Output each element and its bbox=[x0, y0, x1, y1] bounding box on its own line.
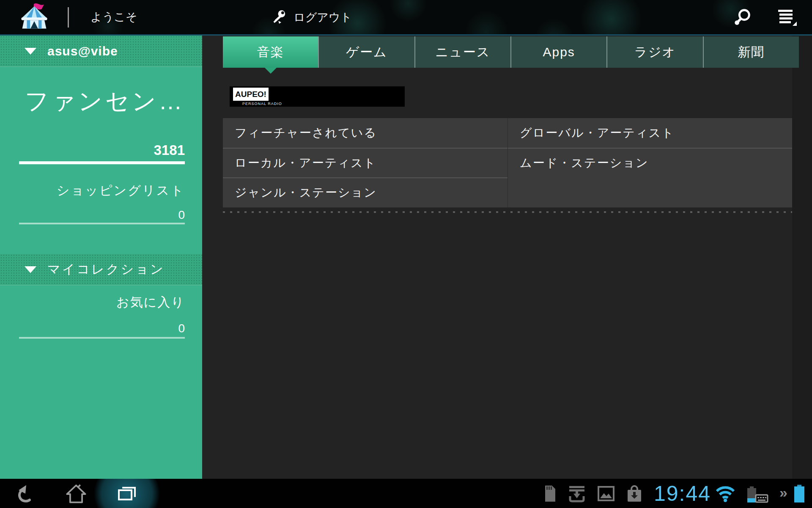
favorites-underline bbox=[19, 337, 185, 339]
aupeo-banner[interactable]: AUPEO! PERSONAL RADIO bbox=[230, 86, 405, 107]
bag-download-icon bbox=[626, 484, 643, 503]
asus-vibe-app: ようこそ ログアウト bbox=[0, 0, 812, 508]
menu-item-local-artists[interactable]: ローカル・アーティスト bbox=[223, 148, 508, 177]
menu-item-global-artists[interactable]: グローバル・アーティスト bbox=[508, 118, 792, 148]
store-tent-logo-icon[interactable] bbox=[19, 3, 49, 30]
account-name: asus@vibe bbox=[47, 44, 118, 58]
tab-newspaper[interactable]: 新聞 bbox=[703, 36, 799, 68]
status-tray[interactable]: 19:44 » bbox=[544, 479, 812, 508]
logout-button[interactable]: ログアウト bbox=[271, 0, 352, 34]
gallery-icon bbox=[597, 486, 615, 502]
home-icon bbox=[65, 483, 87, 505]
tray-expand-chevrons: » bbox=[779, 484, 787, 501]
music-menu-panel: フィーチャーされている ローカル・アーティスト ジャンル・ステーション グローバ… bbox=[223, 118, 792, 207]
back-button[interactable] bbox=[2, 479, 49, 508]
key-icon bbox=[271, 9, 288, 26]
battery-keyboard-icon bbox=[746, 484, 768, 503]
topbar-divider bbox=[68, 7, 69, 28]
menu-icon bbox=[776, 8, 798, 27]
favorites-count: 0 bbox=[178, 322, 185, 335]
sidebar-collection-header[interactable]: マイコレクション bbox=[0, 254, 202, 285]
recent-apps-button[interactable] bbox=[104, 479, 150, 508]
tab-news[interactable]: ニュース bbox=[414, 36, 510, 68]
sidebar-account-header[interactable]: asus@vibe bbox=[0, 36, 202, 67]
status-clock: 19:44 bbox=[654, 481, 711, 506]
system-nav-bar: 19:44 » bbox=[0, 479, 812, 508]
aupeo-brand: AUPEO! bbox=[235, 90, 266, 99]
fan-center-count: 3181 bbox=[154, 142, 185, 158]
fan-center-underline bbox=[19, 161, 185, 164]
download-tray-icon bbox=[568, 484, 586, 503]
logout-label: ログアウト bbox=[294, 10, 352, 25]
sd-card-icon bbox=[544, 485, 557, 502]
dotted-separator bbox=[223, 211, 792, 213]
home-button[interactable] bbox=[53, 479, 99, 508]
top-bar: ようこそ ログアウト bbox=[0, 0, 812, 36]
recent-apps-icon bbox=[115, 483, 138, 504]
sidebar: asus@vibe ファンセン… 3181 ショッピングリスト 0 マイコレクシ… bbox=[0, 36, 202, 479]
search-icon bbox=[733, 8, 753, 27]
collapse-arrow-icon bbox=[25, 266, 36, 273]
menu-button[interactable] bbox=[771, 0, 804, 34]
fan-center-title[interactable]: ファンセン… bbox=[25, 86, 185, 118]
menu-item-featured[interactable]: フィーチャーされている bbox=[223, 118, 508, 148]
aupeo-logo-box: AUPEO! bbox=[233, 88, 269, 101]
collection-header-label: マイコレクション bbox=[47, 261, 165, 278]
welcome-text: ようこそ bbox=[91, 0, 137, 34]
category-tab-bar: 音楽 ゲーム ニュース Apps ラジオ 新聞 bbox=[223, 36, 799, 68]
content-right-margin bbox=[792, 36, 812, 479]
wifi-icon bbox=[715, 485, 735, 502]
tab-games[interactable]: ゲーム bbox=[318, 36, 414, 68]
tab-music[interactable]: 音楽 bbox=[223, 36, 318, 68]
menu-item-genre-stations[interactable]: ジャンル・ステーション bbox=[223, 177, 508, 207]
search-button[interactable] bbox=[727, 0, 760, 34]
music-menu-left-column: フィーチャーされている ローカル・アーティスト ジャンル・ステーション bbox=[223, 118, 508, 207]
battery-icon bbox=[793, 484, 805, 503]
main-content: 音楽 ゲーム ニュース Apps ラジオ 新聞 AUPEO! PERSONAL … bbox=[202, 36, 812, 479]
collapse-arrow-icon bbox=[25, 48, 36, 55]
aupeo-tagline: PERSONAL RADIO bbox=[242, 102, 282, 106]
favorites-item[interactable]: お気に入り bbox=[116, 294, 185, 311]
back-icon bbox=[14, 483, 36, 505]
shopping-list-count: 0 bbox=[178, 208, 185, 222]
tab-radio[interactable]: ラジオ bbox=[606, 36, 702, 68]
menu-item-mood-stations[interactable]: ムード・ステーション bbox=[508, 148, 792, 177]
music-menu-right-column: グローバル・アーティスト ムード・ステーション bbox=[508, 118, 792, 207]
tab-apps[interactable]: Apps bbox=[510, 36, 606, 68]
shopping-list-underline bbox=[19, 223, 185, 224]
shopping-list-item[interactable]: ショッピングリスト bbox=[57, 182, 185, 199]
